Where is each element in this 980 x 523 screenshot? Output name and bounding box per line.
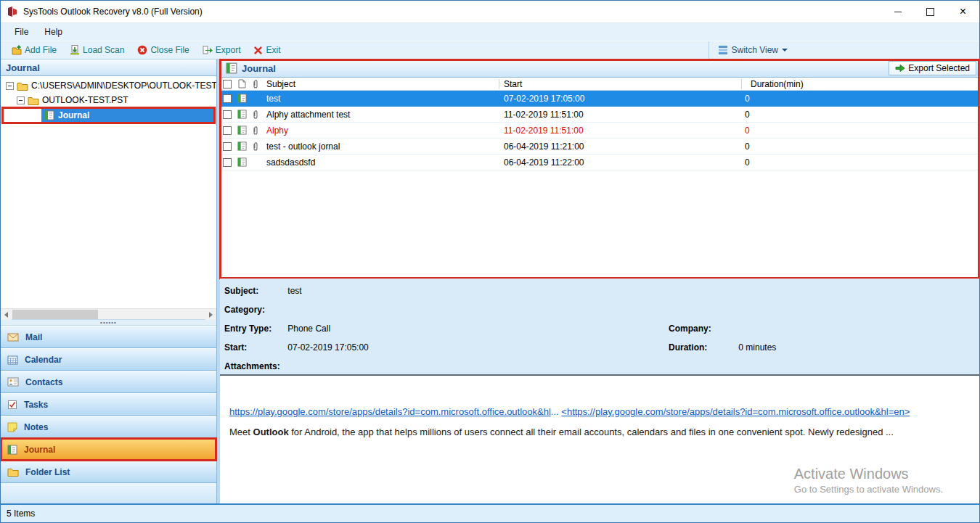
nav-label: Tasks [24,400,48,410]
tree-item-label: C:\USERS\ADMIN\DESKTOP\OUTLOOK-TEST.PS [31,81,216,91]
journal-icon [44,110,54,120]
nav-label: Mail [25,332,42,342]
row-checkbox[interactable] [223,110,232,119]
row-checkbox[interactable] [223,158,232,167]
table-row[interactable]: sadsdasdsfd 06-04-2019 11:22:00 0 [220,155,979,170]
collapse-icon[interactable] [6,82,14,90]
menu-help[interactable]: Help [36,25,70,39]
nav-calendar[interactable]: Calendar [1,348,216,371]
scroll-left-button[interactable] [1,309,12,320]
export-selected-button[interactable]: Export Selected [889,61,976,75]
column-header-subject[interactable]: Subject [262,79,499,89]
outlook-store-link-2[interactable]: <https://play.google.com/store/apps/deta… [561,406,910,417]
menu-file[interactable]: File [7,25,36,39]
sidebar-filler [1,483,216,503]
maximize-button[interactable] [914,1,947,22]
tree-item-label: Journal [58,110,89,120]
tree-horizontal-scrollbar[interactable] [1,308,216,319]
nav-label: Contacts [25,377,62,387]
outlook-store-link-1[interactable]: https://play.google.com/store/apps/detai… [229,406,551,417]
table-row[interactable]: Alphy attachment test 11-02-2019 11:51:0… [220,107,979,123]
tree-item-pst[interactable]: OUTLOOK-TEST.PST [1,93,216,107]
cell-start: 06-04-2019 11:22:00 [499,157,742,168]
cell-start: 07-02-2019 17:05:00 [499,94,742,104]
load-scan-label: Load Scan [83,45,124,55]
cell-subject: Alphy attachment test [262,110,499,120]
select-all-checkbox[interactable] [223,80,232,88]
panel-splitter[interactable] [1,319,216,326]
paperclip-icon [252,125,259,136]
journal-entry-icon [237,94,247,103]
scroll-right-button[interactable] [205,309,216,320]
menubar: File Help [1,22,979,41]
minimize-button[interactable] [881,1,914,22]
tree-item-root-path[interactable]: C:\USERS\ADMIN\DESKTOP\OUTLOOK-TEST.PS [1,78,216,93]
row-checkbox[interactable] [223,94,232,103]
preview-links-line: https://play.google.com/store/apps/detai… [229,406,969,417]
detail-label-company: Company: [669,324,736,334]
activate-windows-watermark: Activate Windows Go to Settings to activ… [794,466,943,495]
cell-subject: sadsdasdsfd [262,157,499,168]
row-checkbox[interactable] [223,126,232,135]
window-controls [881,1,979,22]
preview-pane: https://play.google.com/store/apps/detai… [220,374,979,503]
journal-icon [7,445,17,455]
journal-icon [226,62,237,74]
close-file-button[interactable]: Close File [131,45,195,55]
journal-entry-icon [237,125,247,135]
nav-tasks[interactable]: Tasks [1,393,216,416]
detail-value-duration: 0 minutes [738,342,776,353]
detail-label-duration: Duration: [669,342,736,353]
body-text-bold: Outlook [253,427,289,437]
item-type-column-icon [238,79,246,88]
folder-icon [28,96,39,105]
export-label: Export [216,45,241,55]
close-button[interactable] [947,1,979,22]
sidebar-header: Journal [1,59,216,76]
nav-contacts[interactable]: Contacts [1,371,216,393]
paperclip-column-icon [252,79,259,89]
scrollbar-thumb[interactable] [12,310,98,319]
sidebar: Journal C:\USERS\ADMIN\DESKTOP\OUTLOOK-T… [1,59,217,503]
cell-duration: 0 [742,141,979,152]
add-file-icon [12,45,22,55]
cell-duration: 0 [742,110,979,120]
main-title: Journal [242,63,276,74]
cell-duration: 0 [742,157,979,168]
exit-button[interactable]: Exit [247,45,287,55]
paperclip-icon [252,141,259,152]
nav-mail[interactable]: Mail [1,326,216,348]
column-header-start[interactable]: Start [499,79,742,89]
detail-label-start: Start: [224,342,285,353]
switch-view-label: Switch View [732,45,778,55]
cell-subject: test - outlook jornal [262,141,499,152]
detail-label-entry-type: Entry Type: [224,324,285,334]
cell-duration: 0 [742,94,979,104]
tree-item-journal-selected[interactable]: Journal [3,108,214,123]
nav-label: Journal [24,445,55,455]
row-checkbox[interactable] [223,142,232,151]
export-button[interactable]: Export [196,45,248,55]
nav-notes[interactable]: Notes [1,416,216,438]
journal-list-area: Journal Export Selected [220,59,979,279]
export-selected-icon [895,64,905,73]
switch-view-icon [718,45,728,55]
table-row[interactable]: test 07-02-2019 17:05:00 0 [220,91,979,107]
link-ellipsis: ... [551,406,559,417]
table-row[interactable]: test - outlook jornal 06-04-2019 11:21:0… [220,139,979,155]
add-file-button[interactable]: Add File [5,45,63,55]
watermark-line1: Activate Windows [794,466,943,482]
table-row[interactable]: Alphy 11-02-2019 11:51:00 0 [220,123,979,139]
window-title: SysTools Outlook Recovery v8.0 (Full Ver… [23,7,203,17]
collapse-icon[interactable] [17,96,25,104]
column-header-duration[interactable]: Duration(min) [742,79,979,89]
load-scan-button[interactable]: Load Scan [63,45,131,55]
nav-journal[interactable]: Journal [1,438,216,461]
nav-label: Calendar [25,355,62,365]
folder-tree: C:\USERS\ADMIN\DESKTOP\OUTLOOK-TEST.PS O… [1,76,216,308]
switch-view-dropdown[interactable]: Switch View [709,41,796,59]
nav-folder-list[interactable]: Folder List [1,461,216,483]
navigation-pane: Mail Calendar Contacts [1,326,216,483]
exit-icon [253,46,263,55]
app-window: SysTools Outlook Recovery v8.0 (Full Ver… [0,0,980,523]
